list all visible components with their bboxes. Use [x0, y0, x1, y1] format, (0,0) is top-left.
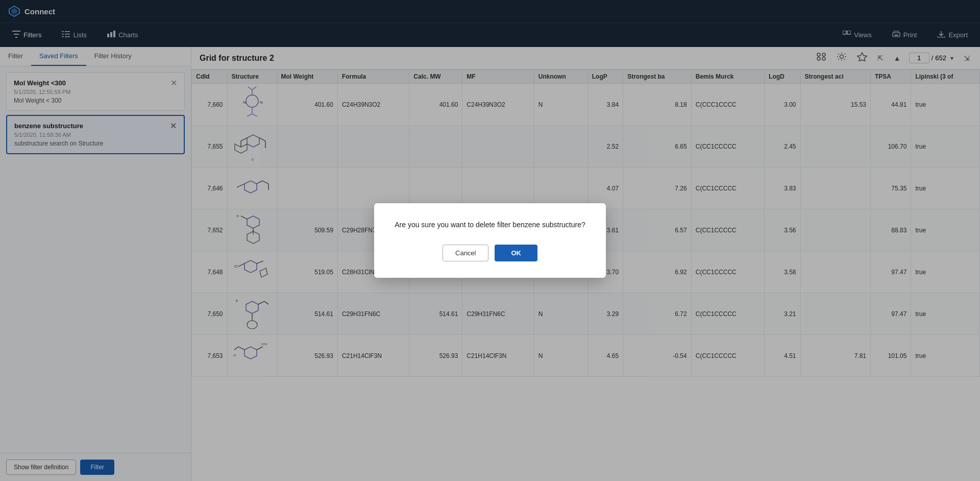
dialog-message: Are you sure you want to delete filter b…: [395, 220, 585, 230]
dialog-buttons: Cancel OK: [395, 245, 585, 261]
dialog-overlay: Are you sure you want to delete filter b…: [0, 0, 980, 481]
dialog-box: Are you sure you want to delete filter b…: [374, 203, 606, 278]
dialog-ok-button[interactable]: OK: [495, 245, 537, 261]
dialog-cancel-button[interactable]: Cancel: [443, 245, 488, 261]
